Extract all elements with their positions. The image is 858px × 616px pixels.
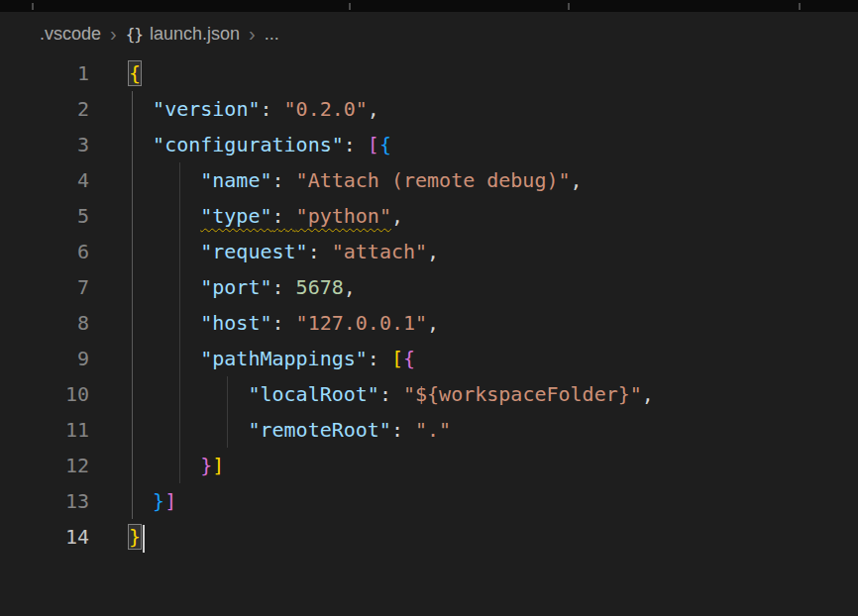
code-token: :	[344, 133, 368, 156]
code-token: :	[379, 382, 403, 406]
code-token	[129, 168, 200, 192]
code-token: "name"	[200, 168, 271, 192]
code-token: [	[368, 133, 379, 156]
code-token: "pathMappings"	[200, 347, 368, 370]
code-token: "${workspaceFolder}"	[403, 382, 642, 406]
code-text[interactable]: "pathMappings": [{	[89, 341, 415, 376]
code-token: "Attach (remote debug)"	[296, 168, 571, 192]
code-token	[129, 204, 200, 228]
breadcrumb: .vscode › {} launch.json › ...	[0, 12, 858, 55]
json-file-icon: {}	[126, 25, 143, 44]
breadcrumb-file[interactable]: launch.json	[150, 24, 240, 45]
code-text[interactable]: "name": "Attach (remote debug)",	[89, 162, 583, 198]
code-token: ,	[391, 204, 403, 228]
code-token: }	[153, 489, 164, 513]
code-token: :	[272, 168, 296, 192]
code-line[interactable]: 7 "port": 5678,	[0, 269, 858, 305]
code-token: :	[368, 347, 391, 370]
indent-guide	[179, 162, 180, 483]
code-token	[129, 418, 248, 442]
code-text[interactable]: "type": "python",	[89, 198, 403, 234]
code-token: "port"	[200, 275, 271, 299]
line-number[interactable]: 6	[0, 234, 89, 269]
code-line[interactable]: 8 "host": "127.0.0.1",	[0, 305, 858, 341]
code-token: "python"	[296, 204, 391, 228]
code-line[interactable]: 14}	[0, 519, 858, 555]
chevron-right-icon: ›	[110, 24, 117, 44]
line-number[interactable]: 8	[0, 305, 89, 341]
tab-separator	[349, 3, 351, 10]
code-text[interactable]: {	[89, 55, 141, 91]
code-line[interactable]: 10 "localRoot": "${workspaceFolder}",	[0, 376, 858, 412]
code-line[interactable]: 5 "type": "python",	[0, 198, 858, 234]
code-token: :	[272, 204, 296, 228]
line-number[interactable]: 5	[0, 198, 89, 234]
line-number[interactable]: 4	[0, 162, 89, 198]
code-text[interactable]: }	[89, 519, 145, 555]
code-token: :	[308, 240, 332, 263]
line-number[interactable]: 13	[0, 483, 89, 519]
matched-bracket: }	[129, 525, 141, 549]
code-token: "request"	[200, 240, 307, 263]
line-number[interactable]: 1	[0, 55, 89, 91]
code-token	[129, 382, 248, 406]
code-token: {	[379, 133, 391, 156]
code-token: {	[403, 347, 415, 370]
code-token: "0.2.0"	[284, 97, 368, 121]
chevron-right-icon: ›	[249, 24, 256, 44]
code-line[interactable]: 3 "configurations": [{	[0, 127, 858, 162]
code-line[interactable]: 9 "pathMappings": [{	[0, 341, 858, 376]
code-line[interactable]: 12 }]	[0, 448, 858, 483]
code-token: "version"	[153, 97, 260, 121]
code-token: "remoteRoot"	[248, 418, 391, 442]
code-line[interactable]: 11 "remoteRoot": "."	[0, 412, 858, 448]
code-lines: 1{2 "version": "0.2.0",3 "configurations…	[0, 55, 858, 555]
code-token: ,	[571, 168, 583, 192]
tab-separator	[799, 3, 801, 10]
line-number[interactable]: 3	[0, 127, 89, 162]
code-token: "127.0.0.1"	[296, 311, 427, 335]
code-token: :	[272, 275, 296, 299]
text-cursor	[143, 525, 145, 553]
code-text[interactable]: }]	[89, 448, 224, 483]
code-line[interactable]: 6 "request": "attach",	[0, 234, 858, 269]
line-number[interactable]: 14	[0, 519, 89, 555]
line-number[interactable]: 12	[0, 448, 89, 483]
matched-bracket: {	[129, 61, 141, 85]
code-text[interactable]: }]	[89, 483, 176, 519]
code-token: :	[391, 418, 415, 442]
code-text[interactable]: "configurations": [{	[89, 127, 391, 162]
code-text[interactable]: "localRoot": "${workspaceFolder}",	[89, 376, 654, 412]
code-line[interactable]: 4 "name": "Attach (remote debug)",	[0, 162, 858, 198]
code-text[interactable]: "host": "127.0.0.1",	[89, 305, 439, 341]
code-token: "configurations"	[153, 133, 344, 156]
code-token: ,	[368, 97, 379, 121]
code-line[interactable]: 13 }]	[0, 483, 858, 519]
code-token: "localRoot"	[248, 382, 378, 406]
indent-guide	[227, 376, 228, 448]
code-token: :	[272, 311, 296, 335]
line-number[interactable]: 10	[0, 376, 89, 412]
code-token: "attach"	[332, 240, 427, 263]
tab-separator	[32, 3, 34, 10]
code-token: }	[200, 454, 212, 477]
code-token	[129, 347, 200, 370]
code-token: ]	[212, 454, 224, 477]
code-token: ]	[164, 489, 176, 513]
line-number[interactable]: 11	[0, 412, 89, 448]
breadcrumb-symbol-ellipsis[interactable]: ...	[265, 24, 279, 45]
code-text[interactable]: "port": 5678,	[89, 269, 356, 305]
code-text[interactable]: "remoteRoot": "."	[89, 412, 451, 448]
breadcrumb-folder[interactable]: .vscode	[40, 24, 101, 45]
code-text[interactable]: "request": "attach",	[89, 234, 439, 269]
line-number[interactable]: 9	[0, 341, 89, 376]
code-token: [	[391, 347, 403, 370]
line-number[interactable]: 7	[0, 269, 89, 305]
code-token: "."	[415, 418, 451, 442]
code-token: "type"	[200, 204, 271, 228]
code-token	[129, 454, 200, 477]
line-number[interactable]: 2	[0, 91, 89, 127]
editor[interactable]: 1{2 "version": "0.2.0",3 "configurations…	[0, 55, 858, 616]
code-line[interactable]: 1{	[0, 55, 858, 91]
code-line[interactable]: 2 "version": "0.2.0",	[0, 91, 858, 127]
